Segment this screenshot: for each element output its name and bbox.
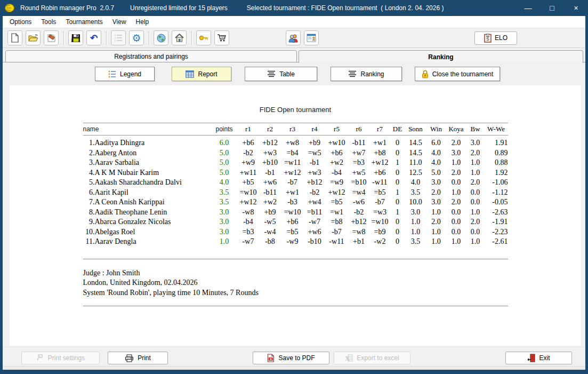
system-line: System 'Round Robin', playing time 10 Mi… (83, 288, 508, 298)
shop-button[interactable] (214, 30, 229, 45)
round-result-cell: =b5 (326, 197, 348, 208)
license-key-button[interactable] (196, 30, 211, 45)
exit-button[interactable]: Exit (505, 352, 572, 364)
tab-ranking[interactable]: Ranking (299, 50, 583, 63)
player-name-cell: Aaditya Dhingra (95, 136, 211, 148)
website-button[interactable] (154, 30, 168, 45)
print-settings-icon (36, 354, 44, 362)
excel-icon: X (345, 354, 353, 362)
wins-cell: 5.0 (426, 168, 446, 178)
round-result-cell: =b11 (304, 208, 326, 218)
elo-button[interactable]: 5 ELO (474, 31, 517, 45)
round-result-cell: =b3 (238, 227, 259, 237)
report-title: FIDE Open tournament (83, 106, 508, 114)
round-result-cell: +b5 (238, 178, 259, 188)
elo-button-label: ELO (495, 34, 508, 42)
round-result-cell: +b6 (238, 136, 259, 148)
print-settings-button: Print settings (21, 352, 100, 364)
menu-bar: OptionsToolsTournamentsViewHelp (3, 16, 585, 28)
rank-cell: 4. (83, 168, 95, 178)
wins-cell: 2.0 (426, 217, 446, 227)
points-cell: 4.0 (211, 178, 238, 188)
license-notice: Unregistered limited for 15 players (130, 4, 228, 12)
ranking-table: namepointsr1r2r3r4r5r6r7DESonnWinKoyaBwW… (83, 123, 508, 247)
round-result-cell: -w2 (370, 237, 390, 247)
tab-registrations-and-pairings[interactable]: Registrations and pairings (5, 50, 297, 62)
legend-button-label: Legend (120, 70, 141, 78)
de-cell: 0 (390, 168, 405, 178)
sonneborn-cell: 3.5 (405, 237, 426, 247)
print-button[interactable]: Print (108, 352, 168, 364)
bw-cell: 2.0 (466, 178, 485, 188)
round-result-cell: +b1 (348, 237, 370, 247)
undo-button[interactable]: ↶ (86, 30, 101, 45)
minimize-button[interactable]: — (516, 0, 540, 16)
title-bar: Round Robin manager Pro 2.0.7 Unregister… (0, 0, 588, 16)
koya-cell: 2.0 (446, 197, 466, 208)
round-result-cell: +w1 (281, 188, 304, 198)
column-header-r1: r1 (238, 123, 259, 136)
points-cell: 3.0 (211, 208, 238, 218)
round-result-cell: -b2 (238, 148, 259, 158)
round-result-cell: +w12 (238, 197, 259, 208)
print-settings-label: Print settings (48, 354, 85, 362)
rank-cell: 2. (83, 148, 95, 158)
rank-cell: 8. (83, 208, 95, 218)
menu-item-view[interactable]: View (108, 17, 131, 27)
settings-button[interactable]: ⚙ (129, 30, 144, 45)
menu-item-tools[interactable]: Tools (36, 17, 61, 27)
round-result-cell: =w5 (304, 148, 326, 158)
w-we-cell: -2.63 (485, 208, 508, 218)
maximize-button[interactable]: □ (540, 0, 564, 16)
menu-item-tournaments[interactable]: Tournaments (61, 17, 107, 27)
wins-cell: 1.0 (426, 237, 446, 247)
column-header-r3: r3 (281, 123, 304, 136)
koya-cell: 0.0 (446, 208, 466, 218)
delete-button[interactable] (44, 30, 59, 45)
gear-icon: ⚙ (132, 33, 141, 43)
key-icon (199, 34, 208, 42)
svg-text:A: A (270, 357, 272, 361)
table-button[interactable]: Table (245, 67, 317, 81)
save-button[interactable] (68, 30, 83, 45)
ranking-button-label: Ranking (360, 70, 384, 78)
toolbar-separator (149, 31, 150, 45)
legend-button[interactable]: Legend (95, 67, 155, 81)
table-row: 7.A Ceon Anish Karippai3.5+w12+w2-b3+w4=… (83, 197, 508, 208)
player-card-button[interactable] (304, 30, 319, 45)
ranking-button[interactable]: Ranking (331, 67, 402, 81)
close-button[interactable]: × (564, 0, 588, 16)
home-button[interactable] (172, 30, 187, 45)
legend-list-button (111, 30, 126, 45)
report-panel: FIDE Open tournament namepointsr1r2r3r4r… (10, 85, 581, 346)
report-button[interactable]: Report (172, 67, 231, 81)
svg-text:X: X (345, 355, 350, 362)
new-document-icon (11, 33, 19, 43)
column-header-bw: Bw (466, 123, 485, 136)
rank-cell: 9. (83, 217, 95, 227)
round-result-cell: +b12 (348, 217, 370, 227)
menu-item-help[interactable]: Help (131, 17, 154, 27)
round-result-cell: =w10 (370, 217, 390, 227)
points-cell: 6.0 (211, 136, 238, 148)
round-result-cell: =b10 (348, 178, 370, 188)
ranking-table-header: namepointsr1r2r3r4r5r6r7DESonnWinKoyaBwW… (83, 123, 508, 136)
new-button[interactable] (7, 30, 22, 45)
round-result-cell: +w6 (259, 178, 281, 188)
round-result-cell: =b9 (370, 227, 390, 237)
home-icon (175, 34, 184, 42)
koya-cell: 2.0 (446, 168, 466, 178)
save-to-pdf-button[interactable]: A Save to PDF (253, 352, 329, 364)
points-cell: 1.0 (211, 237, 238, 247)
tab-strip: Registrations and pairings Ranking (3, 48, 585, 62)
open-button[interactable] (26, 30, 41, 45)
players-button[interactable] (286, 30, 301, 45)
window-title: Round Robin manager Pro 2.0.7 (20, 4, 114, 12)
export-to-excel-button: X Export to excel (334, 352, 410, 364)
selected-tournament-label: Selected tournament : FIDE Open tourname… (247, 4, 444, 12)
tab-label: Registrations and pairings (114, 53, 188, 60)
close-tournament-button[interactable]: Close the tournament (415, 67, 500, 81)
menu-item-options[interactable]: Options (5, 17, 36, 27)
bw-cell: 0.0 (466, 227, 485, 237)
toolbar-separator (106, 31, 107, 45)
